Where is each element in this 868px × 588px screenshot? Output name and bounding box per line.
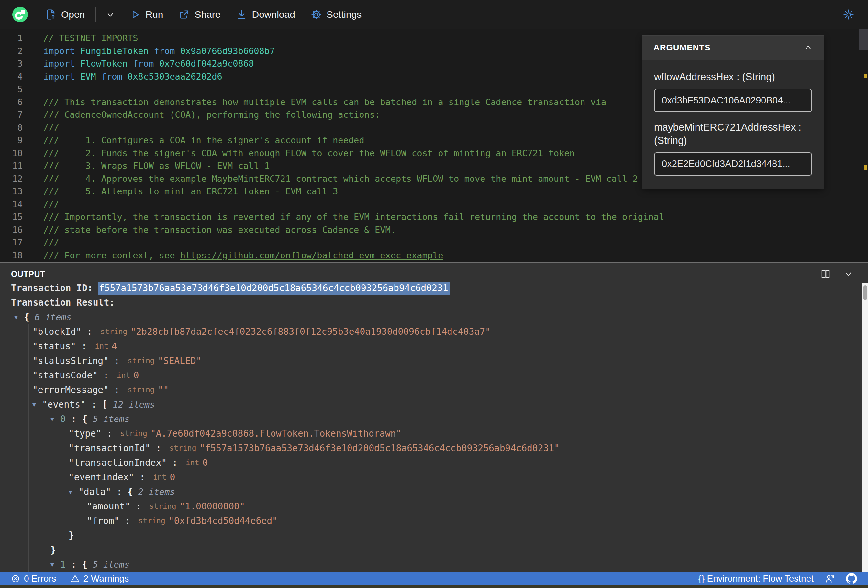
code-token: 0x7e60df042a9c0868 xyxy=(159,59,254,69)
json-type-label: int xyxy=(186,455,199,470)
theme-toggle-button[interactable] xyxy=(843,9,855,21)
argument-input-1[interactable] xyxy=(654,152,812,175)
feedback-icon[interactable] xyxy=(825,573,835,584)
line-number: 6 xyxy=(0,96,23,109)
json-value: "1.00000000" xyxy=(180,499,245,514)
tree-row-item-0: ▼0 : { 5 items xyxy=(0,412,868,426)
tree-row-status: "status" : int4 xyxy=(0,339,868,354)
error-icon xyxy=(11,574,20,583)
json-open-brace: { xyxy=(24,310,30,324)
code-line: 14/// xyxy=(0,198,868,211)
json-key: "errorMessage" xyxy=(32,383,109,397)
code-text: import FungibleToken from 0x9a0766d93b66… xyxy=(43,45,275,57)
code-link[interactable]: https://github.com/onflow/batched-evm-ex… xyxy=(180,251,443,260)
line-number: 13 xyxy=(0,185,23,198)
code-token: 0x8c5303eaa26202d6 xyxy=(127,71,222,81)
errors-status[interactable]: 0 Errors xyxy=(11,573,56,584)
json-type-label: string xyxy=(128,354,155,368)
flow-logo-icon[interactable] xyxy=(12,7,28,22)
open-button[interactable]: Open xyxy=(45,9,85,20)
editor-scrollbar-thumb[interactable] xyxy=(859,29,868,50)
transaction-result-label: Transaction Result: xyxy=(0,295,868,310)
code-text: /// 1. Configures a COA in the signer's … xyxy=(43,134,365,147)
line-number: 17 xyxy=(0,236,23,249)
json-close-brace: } xyxy=(50,543,56,557)
json-colon: : xyxy=(151,441,167,455)
code-token: from xyxy=(133,59,159,69)
argument-input-0[interactable] xyxy=(654,88,812,112)
code-text: /// xyxy=(43,198,59,211)
code-token: // TESTNET IMPORTS xyxy=(43,33,138,43)
tree-row-errorMessage: "errorMessage" : string"" xyxy=(0,383,868,397)
warning-marker-icon xyxy=(864,165,867,170)
code-token: /// state before the transaction was exe… xyxy=(43,225,396,235)
json-item-count: 5 items xyxy=(87,412,130,426)
toolbar-separator xyxy=(95,7,96,22)
output-scrollbar[interactable] xyxy=(862,283,868,572)
json-value: 0 xyxy=(133,368,139,383)
json-colon: : xyxy=(98,368,114,383)
output-scrollbar-thumb[interactable] xyxy=(864,285,867,300)
tree-row-transactionIndex: "transactionIndex" : int0 xyxy=(0,455,868,470)
tree-toggle-icon[interactable]: ▼ xyxy=(50,412,60,426)
app-window: Open Run Share xyxy=(0,0,868,588)
json-key: "eventIndex" xyxy=(69,470,134,485)
code-token: FlowToken xyxy=(80,59,133,69)
share-icon xyxy=(179,9,190,20)
code-text: /// xyxy=(43,236,59,249)
code-text: import EVM from 0x8c5303eaa26202d6 xyxy=(43,70,222,83)
run-button[interactable]: Run xyxy=(130,9,163,20)
tree-row-events: ▼"events" : [ 12 items xyxy=(0,397,868,412)
environment-status[interactable]: {} Environment: Flow Testnet xyxy=(698,573,813,584)
line-number: 11 xyxy=(0,159,23,172)
tree-toggle-icon[interactable]: ▼ xyxy=(50,557,60,572)
code-text: /// xyxy=(43,121,59,134)
code-text: // TESTNET IMPORTS xyxy=(43,32,138,45)
arguments-panel-header[interactable]: ARGUMENTS xyxy=(642,35,824,59)
json-value: 0 xyxy=(170,470,175,485)
arguments-panel-title: ARGUMENTS xyxy=(653,43,711,53)
download-button[interactable]: Download xyxy=(236,9,295,20)
json-colon: : xyxy=(81,324,98,339)
open-dropdown-button[interactable] xyxy=(105,10,115,19)
tree-row-type: "type" : string"A.7e60df042a9c0868.FlowT… xyxy=(0,426,868,441)
split-panel-icon[interactable] xyxy=(821,269,830,279)
code-token: from xyxy=(154,46,180,56)
run-icon xyxy=(130,9,140,20)
tree-toggle-icon[interactable]: ▼ xyxy=(32,397,42,412)
tree-toggle-icon[interactable]: ▼ xyxy=(14,310,24,324)
warnings-status[interactable]: 2 Warnings xyxy=(71,573,129,584)
share-button[interactable]: Share xyxy=(179,9,220,20)
tree-row-data: ▼"data" : { 2 items xyxy=(0,485,868,499)
github-icon[interactable] xyxy=(846,573,857,584)
json-value: "f557a1573b76aa53e73d46f3e10d200d5c18a65… xyxy=(200,441,560,455)
json-key: "events" xyxy=(42,397,86,412)
code-line: 17/// xyxy=(0,236,868,249)
json-key: "from" xyxy=(87,514,120,528)
json-colon: : xyxy=(130,499,147,514)
json-type-label: string xyxy=(100,324,127,339)
argument-label: maybeMintERC721AddressHex : (String) xyxy=(654,121,812,147)
settings-button[interactable]: Settings xyxy=(311,9,362,20)
collapse-output-icon[interactable] xyxy=(843,269,853,279)
code-text: /// CadenceOwnedAccount (COA), performin… xyxy=(43,108,380,121)
output-header: OUTPUT xyxy=(0,263,868,279)
tree-indent-guide xyxy=(65,426,65,543)
code-text: /// 2. Funds the signer's COA with enoug… xyxy=(43,147,575,160)
tree-row-from: "from" : string"0xfd3b4cd50d44e6ed" xyxy=(0,514,868,528)
code-token: 0x9a0766d93b6608b7 xyxy=(180,46,275,56)
chevron-up-icon[interactable] xyxy=(804,43,813,52)
code-token: /// This transaction demonstrates how mu… xyxy=(43,97,606,107)
tree-toggle-icon[interactable]: ▼ xyxy=(69,485,78,499)
json-type-label: string xyxy=(149,499,176,514)
json-open-brace: { xyxy=(82,412,87,426)
json-index: 1 xyxy=(60,557,66,572)
json-type-label: int xyxy=(95,339,108,354)
code-text: /// Importantly, the transaction is reve… xyxy=(43,211,664,224)
output-title: OUTPUT xyxy=(11,270,45,279)
code-line: 16/// state before the transaction was e… xyxy=(0,224,868,236)
json-index: 0 xyxy=(60,412,66,426)
editor-scrollbar[interactable] xyxy=(859,29,868,262)
open-button-label: Open xyxy=(61,9,85,20)
arguments-fields: wflowAddressHex : (String)maybeMintERC72… xyxy=(642,59,824,189)
